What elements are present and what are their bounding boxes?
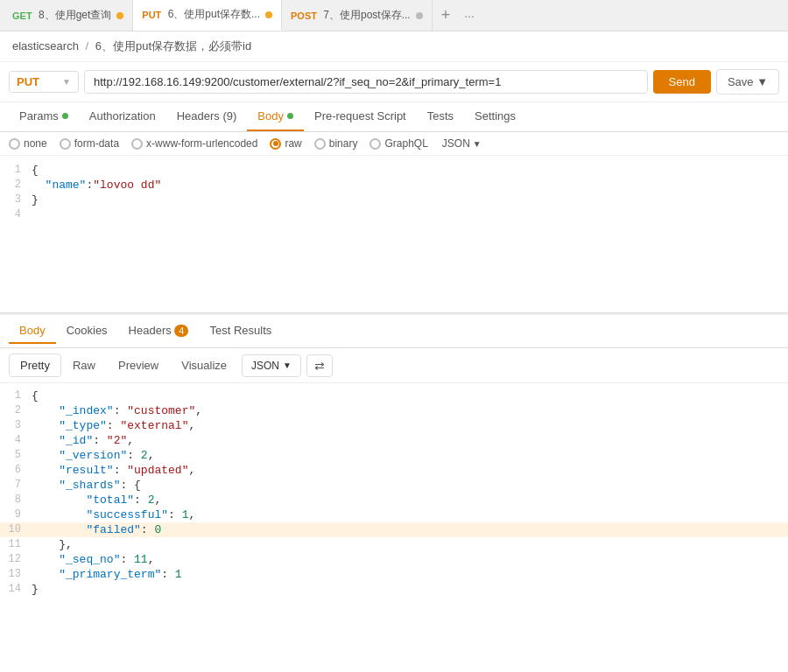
resp-line-7: 7 "_shards": { [0,478,788,493]
resp-line-1: 1 { [0,388,788,403]
nav-tab-tests[interactable]: Tests [417,102,464,131]
nav-tab-body[interactable]: Body [247,102,304,131]
format-binary[interactable]: binary [314,137,358,150]
format-binary-radio [314,138,326,150]
tab-get-label: GET [12,10,32,21]
resp-line-2: 2 "_index": "customer", [0,403,788,418]
response-nav: Body Cookies Headers 4 Test Results [0,315,788,348]
breadcrumb-part1: elasticsearch [12,39,79,52]
request-row: PUT ▼ Send Save ▼ [0,62,788,102]
resp-visualize-btn[interactable]: Visualize [170,354,238,377]
nav-tab-params[interactable]: Params [9,102,79,131]
nav-tab-body-label: Body [257,109,284,122]
req-linenum-1: 1 [0,164,32,176]
format-row: none form-data x-www-form-urlencoded raw… [0,132,788,156]
method-select[interactable]: PUT ▼ [9,71,79,93]
nav-tab-authorization-label: Authorization [89,109,156,122]
resp-line-5: 5 "_version": 2, [0,448,788,463]
breadcrumb-sep: / [86,39,92,52]
tab-post-text: 7、使用post保存... [320,8,411,23]
req-code-1: { [32,164,39,177]
format-formdata-label: form-data [74,137,119,150]
format-none-radio [9,138,20,150]
tab-add-button[interactable]: + [433,6,460,24]
nav-tab-settings-label: Settings [475,109,516,122]
format-urlencoded[interactable]: x-www-form-urlencoded [131,137,257,150]
response-tab-body-label: Body [19,324,46,337]
tab-get-dot [116,12,123,19]
resp-json-chevron: ▼ [283,360,292,370]
resp-line-10: 10 "failed": 0 [0,522,788,537]
format-graphql-radio [369,138,381,150]
nav-tab-params-dot [62,113,68,119]
format-formdata-radio [60,138,71,150]
req-line-1: 1 { [0,163,788,178]
req-linenum-4: 4 [0,208,32,220]
format-urlencoded-label: x-www-form-urlencoded [146,137,257,150]
tab-get[interactable]: GET 8、使用get查询 [4,0,133,31]
response-toolbar: Pretty Raw Preview Visualize JSON ▼ ⇄ [0,348,788,383]
format-formdata[interactable]: form-data [60,137,119,150]
resp-line-3: 3 "_type": "external", [0,418,788,433]
method-label: PUT [17,75,39,88]
save-button[interactable]: Save ▼ [716,69,779,94]
resp-line-4: 4 "_id": "2", [0,433,788,448]
resp-pretty-btn[interactable]: Pretty [9,354,61,377]
response-section: Body Cookies Headers 4 Test Results Pret… [0,313,788,602]
response-tab-testresults[interactable]: Test Results [199,318,282,344]
resp-raw-btn[interactable]: Raw [61,354,107,377]
format-graphql-label: GraphQL [384,137,427,150]
response-tab-cookies[interactable]: Cookies [56,318,118,344]
format-urlencoded-radio [131,138,143,150]
tab-post-dot [416,12,423,19]
response-code-viewer: 1 { 2 "_index": "customer", 3 "_type": "… [0,383,788,602]
nav-tab-prerequest[interactable]: Pre-request Script [304,102,417,131]
resp-preview-btn[interactable]: Preview [107,354,170,377]
resp-line-9: 9 "successful": 1, [0,508,788,522]
format-none[interactable]: none [9,137,47,150]
breadcrumb-part2: 6、使用put保存数据，必须带id [95,39,251,52]
resp-line-8: 8 "total": 2, [0,493,788,508]
tab-more-button[interactable]: ··· [459,9,480,23]
breadcrumb: elasticsearch / 6、使用put保存数据，必须带id [0,32,788,62]
format-graphql[interactable]: GraphQL [369,137,427,150]
nav-tab-headers[interactable]: Headers (9) [166,102,248,131]
nav-tab-body-dot [287,113,293,119]
resp-line-12: 12 "_seq_no": 11, [0,552,788,567]
response-tab-headers-label: Headers 4 [129,324,189,337]
format-raw-radio [270,138,281,150]
nav-tab-authorization[interactable]: Authorization [79,102,166,131]
req-line-2: 2 "name":"lovoo dd" [0,178,788,192]
json-format-label: JSON [442,137,470,150]
tab-put-dot [265,11,272,18]
nav-tab-prerequest-label: Pre-request Script [314,109,406,122]
response-tab-headers[interactable]: Headers 4 [118,318,200,344]
send-button[interactable]: Send [653,70,711,94]
resp-line-13: 13 "_primary_term": 1 [0,567,788,582]
response-tab-body[interactable]: Body [9,318,56,344]
tab-post[interactable]: POST 7、使用post保存... [282,0,433,31]
req-line-4: 4 [0,207,788,221]
format-raw[interactable]: raw [270,137,301,150]
request-body-editor[interactable]: 1 { 2 "name":"lovoo dd" 3 } 4 [0,156,788,313]
req-code-2: "name":"lovoo dd" [32,178,161,192]
tab-bar: GET 8、使用get查询 PUT 6、使用put保存数... POST 7、使… [0,0,788,32]
format-raw-label: raw [285,137,301,150]
request-nav-tabs: Params Authorization Headers (9) Body Pr… [0,102,788,132]
tab-get-text: 8、使用get查询 [36,8,112,23]
url-input[interactable] [84,70,648,94]
resp-line-6: 6 "result": "updated", [0,463,788,478]
response-tab-cookies-label: Cookies [67,324,108,337]
format-none-label: none [24,137,47,150]
json-format-selector[interactable]: JSON ▼ [442,137,482,150]
nav-tab-headers-label: Headers (9) [177,109,237,122]
nav-tab-params-label: Params [19,109,59,122]
req-linenum-2: 2 [0,178,32,191]
nav-tab-settings[interactable]: Settings [464,102,526,131]
resp-wrap-button[interactable]: ⇄ [306,354,333,377]
req-linenum-3: 3 [0,193,32,206]
tab-put[interactable]: PUT 6、使用put保存数... [133,0,282,31]
resp-json-selector[interactable]: JSON ▼ [242,354,301,377]
tab-post-label: POST [291,10,317,21]
method-chevron-icon: ▼ [62,77,71,87]
